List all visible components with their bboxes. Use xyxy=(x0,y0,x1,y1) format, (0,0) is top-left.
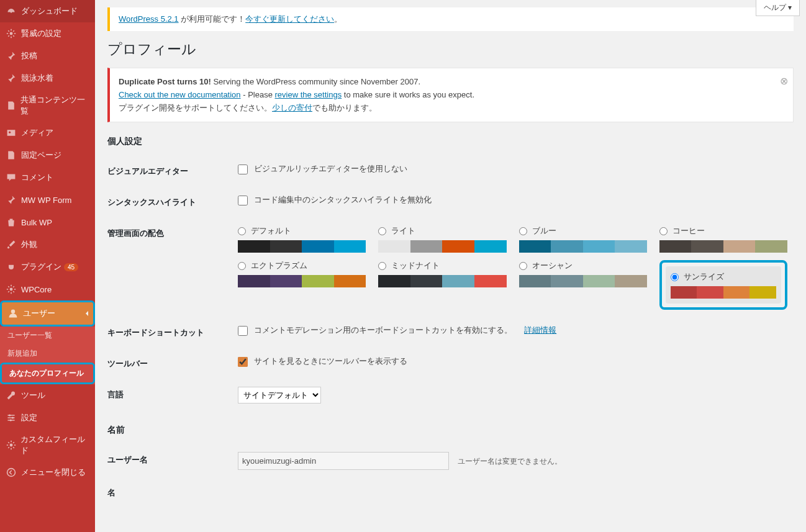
sidebar-item-17[interactable]: メニューを閉じる xyxy=(0,461,95,484)
sidebar-item-0[interactable]: ダッシュボード xyxy=(0,0,95,22)
color-scheme-4[interactable]: エクトプラズム xyxy=(238,260,366,310)
color-swatches xyxy=(378,275,506,287)
submenu-item-1[interactable]: 新規追加 xyxy=(0,345,95,363)
scheme-radio[interactable] xyxy=(378,262,386,270)
syntax-checkbox-label[interactable]: コード編集中のシンタックスハイライトを無効化 xyxy=(238,195,432,204)
label-color-scheme: 管理画面の配色 xyxy=(107,218,232,317)
section-personal: 個人設定 xyxy=(107,136,794,147)
gear-icon xyxy=(5,439,17,451)
scheme-name: オーシャン xyxy=(532,260,573,271)
update-notice: WordPress 5.2.1 が利用可能です！今すぐ更新してください。 xyxy=(107,7,794,31)
sidebar-item-11[interactable]: プラグイン45 xyxy=(0,256,95,278)
sidebar-item-4[interactable]: 共通コンテンツ一覧 xyxy=(0,89,95,122)
sidebar-item-6[interactable]: 固定ページ xyxy=(0,144,95,166)
sidebar-item-5[interactable]: メディア xyxy=(0,122,95,144)
submenu-item-2[interactable]: あなたのプロフィール xyxy=(0,363,95,384)
language-select[interactable]: サイトデフォルト xyxy=(238,387,321,404)
sidebar-item-14[interactable]: ツール xyxy=(0,384,95,407)
sidebar-item-label: 投稿 xyxy=(21,50,37,61)
sidebar-item-16[interactable]: カスタムフィールド xyxy=(0,429,95,461)
scheme-radio[interactable] xyxy=(519,227,527,235)
wrench-icon xyxy=(5,389,17,402)
sidebar-item-7[interactable]: コメント xyxy=(0,166,95,189)
wp-version-link[interactable]: WordPress 5.2.1 xyxy=(119,14,179,24)
trash-icon xyxy=(5,216,17,228)
username-desc: ユーザー名は変更できません。 xyxy=(458,457,562,466)
sidebar-item-label: メニューを閉じる xyxy=(21,467,86,478)
svg-point-1 xyxy=(10,32,13,35)
color-swatches xyxy=(519,275,647,287)
toolbar-checkbox[interactable] xyxy=(238,357,248,367)
admin-sidebar: ダッシュボード賢威の設定投稿競泳水着共通コンテンツ一覧メディア固定ページコメント… xyxy=(0,0,95,532)
scheme-name: ブルー xyxy=(532,225,556,237)
dashboard-icon xyxy=(5,5,17,17)
scheme-radio[interactable] xyxy=(238,262,246,270)
color-swatches xyxy=(519,240,647,253)
scheme-name: エクトプラズム xyxy=(251,260,307,271)
sidebar-item-label: 賢威の設定 xyxy=(21,28,61,39)
svg-point-2 xyxy=(9,132,11,133)
username-input xyxy=(238,452,449,470)
scheme-name: サンライズ xyxy=(684,271,724,282)
donate-link[interactable]: 少しの寄付 xyxy=(272,103,312,112)
scheme-radio[interactable] xyxy=(519,262,527,270)
color-scheme-2[interactable]: ブルー xyxy=(519,225,647,253)
color-scheme-0[interactable]: デフォルト xyxy=(238,225,366,253)
settings-link[interactable]: review the settings xyxy=(275,90,342,99)
sidebar-item-8[interactable]: MW WP Form xyxy=(0,189,95,211)
syntax-checkbox[interactable] xyxy=(238,196,248,205)
sidebar-item-1[interactable]: 賢威の設定 xyxy=(0,22,95,45)
svg-point-4 xyxy=(11,310,15,313)
sidebar-item-13[interactable]: ユーザー xyxy=(0,300,95,327)
sidebar-item-2[interactable]: 投稿 xyxy=(0,45,95,67)
gear-icon xyxy=(5,283,17,295)
help-tab[interactable]: ヘルプ ▾ xyxy=(756,0,800,16)
scheme-radio[interactable] xyxy=(671,273,679,281)
scheme-radio[interactable] xyxy=(659,227,668,235)
color-swatches xyxy=(238,240,366,253)
scheme-name: コーヒー xyxy=(672,225,705,237)
sidebar-item-9[interactable]: Bulk WP xyxy=(0,211,95,233)
scheme-radio[interactable] xyxy=(238,227,246,235)
notice-text: が利用可能です！ xyxy=(179,14,246,24)
sidebar-item-label: 設定 xyxy=(21,412,37,423)
badge: 45 xyxy=(64,263,78,271)
scheme-name: ミッドナイト xyxy=(391,260,440,271)
color-scheme-5[interactable]: ミッドナイト xyxy=(378,260,506,310)
sidebar-item-3[interactable]: 競泳水着 xyxy=(0,67,95,89)
color-scheme-6[interactable]: オーシャン xyxy=(519,260,647,310)
sidebar-item-label: 競泳水着 xyxy=(21,73,53,84)
sidebar-item-label: Bulk WP xyxy=(21,218,52,227)
doc-icon xyxy=(5,149,17,161)
dismiss-icon[interactable]: ⊗ xyxy=(780,73,788,89)
pin-icon xyxy=(5,72,17,84)
visual-editor-checkbox[interactable] xyxy=(238,165,248,174)
svg-point-3 xyxy=(10,288,13,291)
media-icon xyxy=(5,127,17,139)
toolbar-checkbox-label[interactable]: サイトを見るときにツールバーを表示する xyxy=(238,356,407,366)
main-content: ヘルプ ▾ WordPress 5.2.1 が利用可能です！今すぐ更新してくださ… xyxy=(95,0,806,532)
color-scheme-7[interactable]: サンライズ xyxy=(666,266,781,304)
submenu-item-0[interactable]: ユーザー一覧 xyxy=(0,327,95,345)
gear-icon xyxy=(5,27,17,40)
label-language: 言語 xyxy=(107,379,232,411)
visual-editor-checkbox-label[interactable]: ビジュアルリッチエディターを使用しない xyxy=(238,164,407,173)
color-scheme-1[interactable]: ライト xyxy=(378,225,506,253)
label-toolbar: ツールバー xyxy=(107,348,232,379)
update-now-link[interactable]: 今すぐ更新してください xyxy=(245,14,334,24)
color-scheme-3[interactable]: コーヒー xyxy=(659,225,787,253)
doc-icon xyxy=(5,99,17,112)
shortcuts-info-link[interactable]: 詳細情報 xyxy=(524,325,556,335)
sidebar-item-15[interactable]: 設定 xyxy=(0,407,95,429)
shortcuts-checkbox[interactable] xyxy=(238,326,248,336)
shortcuts-checkbox-label[interactable]: コメントモデレーション用のキーボードショートカットを有効にする。 xyxy=(238,325,512,335)
svg-point-0 xyxy=(11,11,12,12)
sliders-icon xyxy=(5,412,17,424)
scheme-radio[interactable] xyxy=(378,227,386,235)
sidebar-item-10[interactable]: 外観 xyxy=(0,233,95,256)
pin-icon xyxy=(5,50,17,62)
sidebar-item-label: 固定ページ xyxy=(21,150,61,161)
plugin-notice: ⊗ Duplicate Post turns 10! Serving the W… xyxy=(107,68,794,122)
doc-link[interactable]: Check out the new documentation xyxy=(119,90,241,99)
sidebar-item-12[interactable]: WPCore xyxy=(0,278,95,300)
